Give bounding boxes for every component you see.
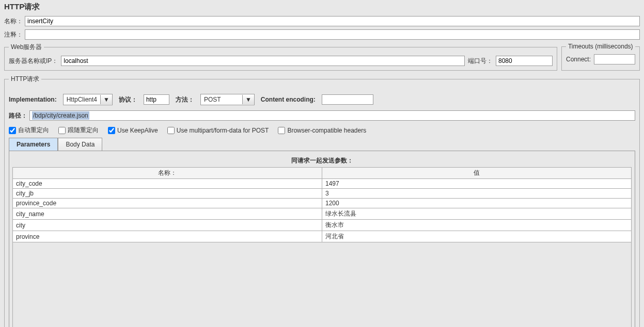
method-label: 方法：: [176, 95, 194, 104]
table-row[interactable]: city_name绿水长流县: [13, 208, 632, 220]
name-input[interactable]: [25, 16, 640, 26]
encoding-label: Content encoding:: [261, 96, 316, 103]
path-label: 路径：: [9, 111, 27, 120]
tab-body-data[interactable]: Body Data: [58, 138, 102, 151]
web-server-legend: Web服务器: [9, 43, 44, 52]
auto-redirect-checkbox[interactable]: 自动重定向: [9, 126, 49, 135]
chevron-down-icon[interactable]: ▼: [242, 95, 254, 104]
follow-redirect-checkbox[interactable]: 跟随重定向: [58, 126, 99, 135]
implementation-select[interactable]: HttpClient4 ▼: [63, 94, 113, 105]
table-row[interactable]: city衡水市: [13, 220, 632, 231]
http-request-fieldset: HTTP请求 Implementation: HttpClient4 ▼ 协议：…: [4, 75, 640, 327]
protocol-label: 协议：: [119, 95, 137, 104]
server-label: 服务器名称或IP：: [9, 57, 58, 66]
http-request-legend: HTTP请求: [9, 75, 41, 84]
connect-input[interactable]: [594, 54, 635, 64]
port-input[interactable]: [496, 56, 553, 66]
keepalive-checkbox[interactable]: Use KeepAlive: [108, 127, 158, 134]
encoding-input[interactable]: [322, 94, 373, 105]
params-col-name[interactable]: 名称：: [13, 168, 322, 179]
web-server-fieldset: Web服务器 服务器名称或IP： 端口号：: [4, 43, 557, 71]
table-row[interactable]: city_jb3: [13, 189, 632, 199]
comment-input[interactable]: [25, 29, 640, 40]
comment-label: 注释：: [4, 30, 23, 39]
protocol-input[interactable]: [144, 94, 169, 105]
method-select[interactable]: POST ▼: [200, 94, 255, 105]
name-label: 名称：: [4, 17, 23, 26]
timeouts-legend: Timeouts (milliseconds): [566, 43, 635, 50]
browser-headers-checkbox[interactable]: Browser-compatible headers: [278, 127, 366, 134]
table-row[interactable]: province河北省: [13, 231, 632, 242]
port-label: 端口号：: [468, 57, 493, 66]
table-row[interactable]: province_code1200: [13, 199, 632, 208]
tab-parameters[interactable]: Parameters: [9, 138, 58, 151]
page-title: HTTP请求: [4, 2, 640, 12]
params-col-value[interactable]: 值: [322, 168, 632, 179]
server-input[interactable]: [61, 56, 465, 66]
params-table: 名称： 值 city_code1497city_jb3province_code…: [12, 167, 632, 242]
path-input[interactable]: /bdp/city/create.json: [29, 110, 635, 121]
multipart-checkbox[interactable]: Use multipart/form-data for POST: [167, 127, 269, 134]
chevron-down-icon[interactable]: ▼: [100, 95, 112, 104]
table-row[interactable]: city_code1497: [13, 179, 632, 189]
timeouts-fieldset: Timeouts (milliseconds) Connect:: [561, 43, 640, 71]
params-title: 同请求一起发送参数：: [12, 154, 632, 167]
connect-label: Connect:: [566, 56, 591, 63]
implementation-label: Implementation:: [9, 96, 57, 103]
